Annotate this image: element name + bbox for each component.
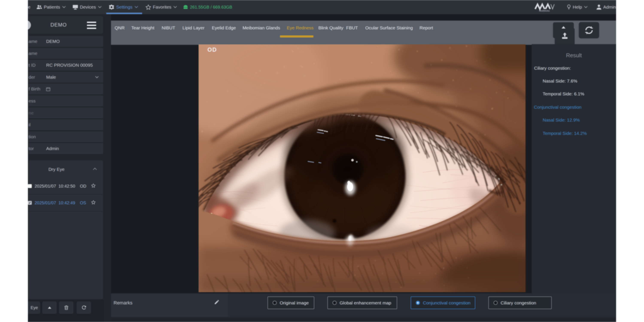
svg-text:MediWorks: MediWorks: [539, 10, 550, 12]
